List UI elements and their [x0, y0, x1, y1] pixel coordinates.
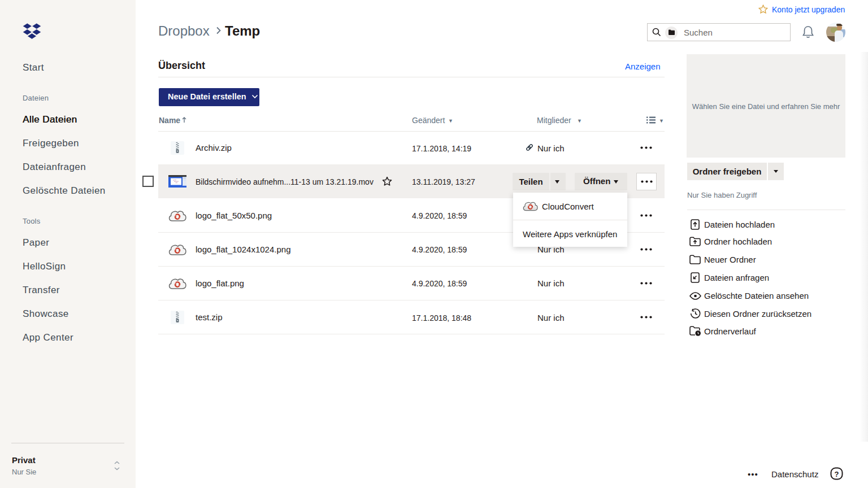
svg-text:?: ? — [835, 470, 839, 478]
